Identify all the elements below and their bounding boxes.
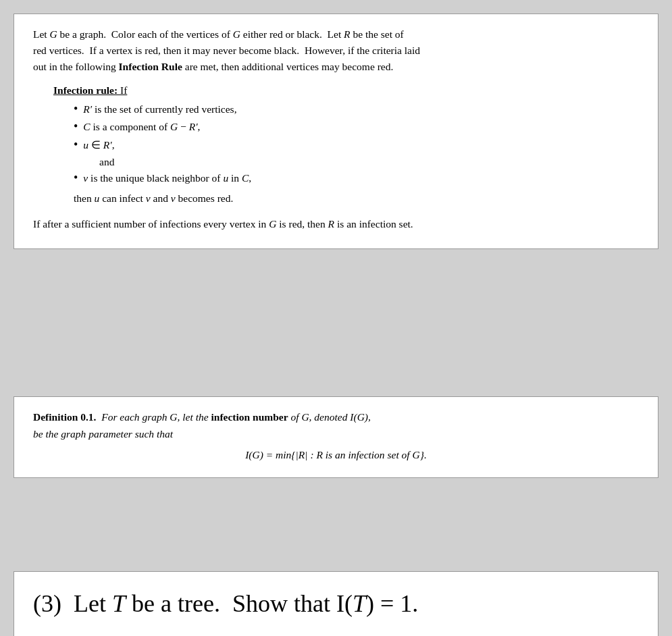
- var-R-prime-2: R′: [189, 121, 198, 132]
- var-G-def: G: [170, 411, 177, 423]
- var-C-1: C: [83, 121, 90, 132]
- var-R-formula2: R: [316, 449, 322, 460]
- bullet-text-2: C is a component of G − R′,: [83, 118, 200, 136]
- var-G-def2: G: [301, 411, 309, 423]
- top-content-box: Let G be a graph. Color each of the vert…: [14, 14, 658, 249]
- var-v-3: v: [171, 192, 176, 204]
- var-G-1: G: [50, 28, 57, 40]
- var-v-1: v: [83, 172, 88, 184]
- def-bold-term: infection number: [211, 411, 288, 423]
- var-T-2: T: [353, 590, 366, 617]
- var-G-formula2: G: [413, 449, 420, 460]
- problem-box: (3) Let T be a tree. Show that I(T) = 1.: [14, 571, 658, 636]
- var-R-prime-1: R′: [83, 103, 92, 115]
- var-G-2: G: [233, 28, 240, 40]
- formula-line: I(G) = min{|R| : R is an infection set o…: [33, 449, 639, 461]
- definition-box: Definition 0.1. For each graph G, let th…: [14, 396, 658, 479]
- bullet-item-1: • R′ is the set of currently red vertice…: [74, 101, 639, 118]
- var-R-1: R: [344, 28, 350, 40]
- infection-rule-bullets-last: • v is the unique black neighbor of u in…: [53, 169, 639, 187]
- bullet-item-last: • v is the unique black neighbor of u in…: [74, 169, 639, 187]
- and-text: and: [53, 154, 639, 169]
- infection-rule-ref: Infection Rule: [119, 61, 182, 72]
- bullet-dot-last: •: [74, 171, 78, 184]
- spacer-area-2: [14, 483, 658, 571]
- spacer-area: [14, 255, 658, 396]
- var-R-prime-3: R′: [103, 139, 112, 151]
- var-u-1: u: [83, 139, 88, 151]
- intro-paragraph: Let G be a graph. Color each of the vert…: [33, 26, 639, 75]
- bullet-dot-1: •: [74, 103, 78, 115]
- var-G-4: G: [269, 218, 276, 230]
- var-R-formula: R: [299, 449, 305, 460]
- bullet-text-1: R′ is the set of currently red vertices,: [83, 101, 236, 118]
- infection-rule-bullets: • R′ is the set of currently red vertice…: [53, 101, 639, 154]
- bullet-item-3: • u ∈ R′,: [74, 136, 639, 154]
- var-G-3: G: [170, 121, 178, 132]
- top-box-inner: Let G be a graph. Color each of the vert…: [33, 26, 639, 232]
- def-line2: be the graph parameter such that: [33, 428, 173, 440]
- var-u-2: u: [223, 172, 228, 184]
- bullet-item-2: • C is a component of G − R′,: [74, 118, 639, 136]
- var-u-3: u: [95, 192, 100, 204]
- bullet-dot-3: •: [74, 138, 78, 151]
- def-label: Definition 0.1.: [33, 411, 96, 423]
- infection-rule-section: Infection rule: If • R′ is the set of cu…: [33, 84, 639, 207]
- conclusion-text: If after a sufficient number of infectio…: [33, 216, 639, 232]
- infection-rule-if: If: [120, 84, 127, 96]
- def-body-2: of G, denoted I(G),: [290, 411, 370, 423]
- def-body: For each graph G, let the: [99, 411, 211, 423]
- var-T: T: [112, 590, 126, 617]
- then-text: then u can infect v and v becomes red.: [53, 190, 639, 207]
- bullet-text-3: u ∈ R′,: [83, 136, 114, 154]
- var-G-formula: G: [253, 449, 260, 460]
- var-C-2: C: [242, 172, 249, 184]
- definition-text: Definition 0.1. For each graph G, let th…: [33, 409, 639, 443]
- problem-statement: (3) Let T be a tree. Show that I(T) = 1.: [33, 588, 639, 620]
- bullet-text-last: v is the unique black neighbor of u in C…: [83, 169, 251, 187]
- var-R-2: R: [328, 218, 334, 230]
- var-v-2: v: [146, 192, 151, 204]
- infection-rule-title: Infection rule: If: [53, 84, 639, 97]
- bullet-dot-2: •: [74, 120, 78, 132]
- var-G-def3: G: [357, 411, 365, 423]
- page-container: Let G be a graph. Color each of the vert…: [14, 14, 658, 636]
